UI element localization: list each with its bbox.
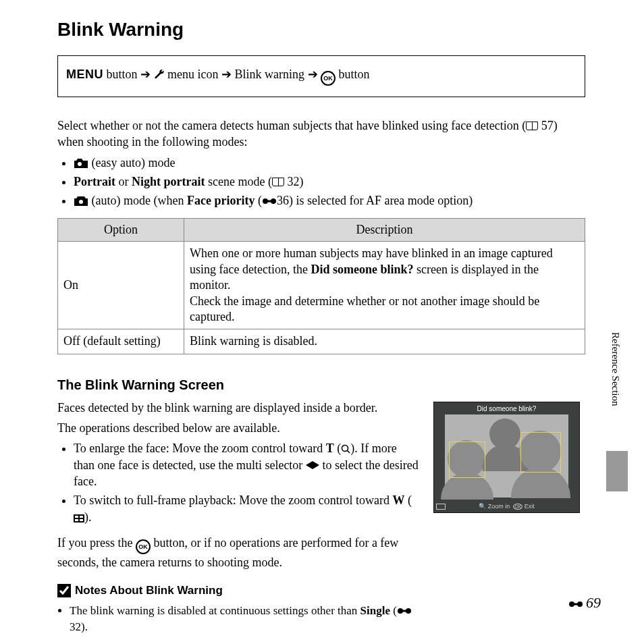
left-arrow-icon [306, 461, 313, 469]
svg-rect-8 [75, 516, 78, 518]
reference-link-icon [262, 194, 277, 207]
section-tab [606, 451, 628, 491]
thumbnail-icon [74, 510, 84, 524]
svg-rect-7 [74, 514, 84, 522]
camera-preview: Did someone blink? [433, 402, 580, 513]
svg-rect-4 [264, 200, 275, 203]
arrow-right-icon: ➔ [221, 68, 232, 81]
svg-rect-17 [570, 603, 581, 606]
table-row: On When one or more human subjects may h… [58, 242, 585, 329]
preview-title: Did someone blink? [434, 405, 579, 412]
options-table: Option Description On When one or more h… [57, 218, 585, 354]
intro-text: Select whether or not the camera detects… [57, 117, 585, 151]
arrow-right-icon: ➔ [308, 68, 318, 81]
ok-button-icon: OK [321, 71, 336, 86]
check-icon [57, 584, 71, 597]
magnifier-icon [341, 444, 350, 454]
book-icon [272, 178, 284, 186]
table-cell: When one or more human subjects may have… [184, 242, 585, 329]
reference-link-icon [568, 594, 583, 612]
svg-point-5 [342, 446, 348, 452]
svg-rect-11 [80, 519, 83, 521]
ok-button-icon: OK [136, 539, 151, 554]
notes-list: The blink warning is disabled at continu… [57, 603, 420, 644]
ok-icon: OK [513, 504, 522, 510]
page-number: 69 [568, 594, 601, 612]
table-header: Option [58, 219, 184, 242]
svg-rect-14 [399, 610, 410, 612]
camera-auto-icon [74, 194, 88, 207]
reference-link-icon [397, 604, 412, 617]
preview-display [445, 414, 568, 498]
svg-point-1 [79, 200, 83, 204]
right-arrow-icon [313, 461, 319, 469]
svg-rect-9 [80, 516, 83, 518]
arrow-right-icon: ➔ [140, 68, 151, 81]
svg-rect-10 [75, 519, 78, 521]
book-icon [526, 122, 538, 130]
table-cell: Off (default setting) [58, 329, 184, 354]
zoom-icon: 🔍 [479, 503, 486, 510]
text: menu icon [167, 68, 218, 81]
svg-point-0 [78, 162, 82, 166]
preview-footer: 🔍 Zoom in OK Exit [434, 503, 579, 510]
list-item: The blink warning may not function prope… [70, 641, 420, 644]
mode-list: (easy auto) mode Portrait or Night portr… [57, 155, 585, 209]
list-item: Portrait or Night portrait scene mode ( … [74, 173, 585, 190]
menu-button-label: MENU [66, 68, 103, 81]
operations-list: To enlarge the face: Move the zoom contr… [57, 440, 420, 525]
table-header: Description [184, 219, 585, 242]
table-cell: On [58, 242, 184, 329]
page-title: Blink Warning [57, 19, 585, 41]
text: If you press the OK button, or if no ope… [57, 535, 420, 570]
notes-heading: Notes About Blink Warning [57, 584, 420, 597]
text: The operations described below are avail… [57, 420, 420, 436]
text: Faces detected by the blink warning are … [57, 400, 420, 416]
camera-easy-icon [74, 156, 88, 169]
text: Blink warning [235, 68, 305, 81]
text: button [339, 68, 370, 81]
text: button [107, 68, 138, 81]
table-cell: Blink warning is disabled. [184, 329, 585, 354]
list-item: (auto) mode (when Face priority (36) is … [74, 192, 585, 209]
table-row: Off (default setting) Blink warning is d… [58, 329, 585, 354]
svg-line-6 [348, 451, 350, 454]
section-heading: The Blink Warning Screen [57, 377, 420, 393]
list-item: (easy auto) mode [74, 155, 585, 171]
list-item: To switch to full-frame playback: Move t… [74, 492, 420, 525]
wrench-icon [154, 68, 165, 81]
list-item: The blink warning is disabled at continu… [70, 603, 420, 635]
section-tab-label: Reference Section [610, 332, 621, 406]
list-item: To enlarge the face: Move the zoom contr… [74, 440, 420, 489]
breadcrumb: MENU button ➔ menu icon ➔ Blink warning … [57, 55, 585, 97]
